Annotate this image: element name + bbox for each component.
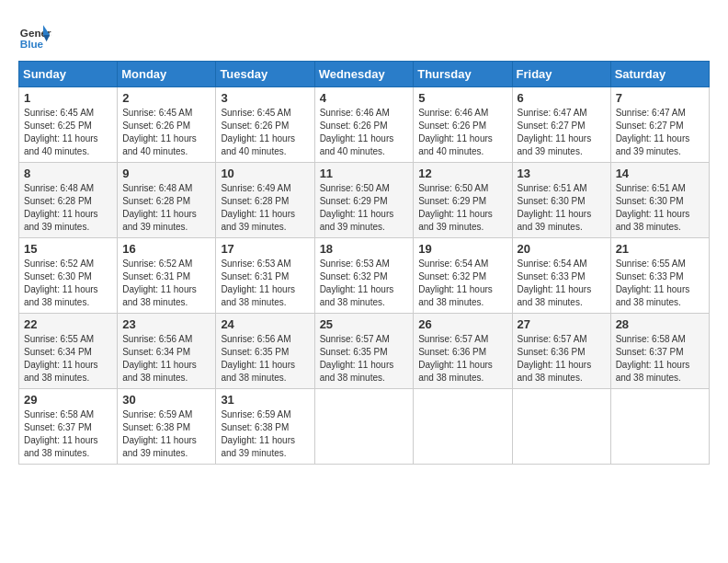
calendar-cell: 5Sunrise: 6:46 AM Sunset: 6:26 PM Daylig… [414,87,512,163]
day-number: 21 [616,242,704,256]
calendar-cell: 25Sunrise: 6:57 AM Sunset: 6:35 PM Dayli… [314,314,414,389]
day-number: 18 [320,242,409,256]
day-info: Sunrise: 6:45 AM Sunset: 6:26 PM Dayligh… [221,107,309,158]
calendar-cell: 17Sunrise: 6:53 AM Sunset: 6:31 PM Dayli… [216,238,314,314]
day-info: Sunrise: 6:51 AM Sunset: 6:30 PM Dayligh… [518,182,606,234]
day-info: Sunrise: 6:48 AM Sunset: 6:28 PM Dayligh… [24,182,112,234]
day-info: Sunrise: 6:57 AM Sunset: 6:35 PM Dayligh… [320,333,409,385]
calendar-cell: 24Sunrise: 6:56 AM Sunset: 6:35 PM Dayli… [216,314,314,389]
day-info: Sunrise: 6:54 AM Sunset: 6:33 PM Dayligh… [518,258,606,309]
logo: General Blue [18,18,55,52]
calendar-cell: 26Sunrise: 6:57 AM Sunset: 6:36 PM Dayli… [414,314,512,389]
calendar-header-friday: Friday [512,62,610,87]
day-number: 6 [518,91,606,105]
day-number: 24 [221,317,309,331]
calendar-cell: 28Sunrise: 6:58 AM Sunset: 6:37 PM Dayli… [610,314,709,389]
logo-icon: General Blue [18,18,51,52]
calendar-week-row: 15Sunrise: 6:52 AM Sunset: 6:30 PM Dayli… [19,238,710,314]
calendar-cell: 8Sunrise: 6:48 AM Sunset: 6:28 PM Daylig… [19,163,118,238]
day-number: 10 [221,167,309,180]
calendar-cell: 10Sunrise: 6:49 AM Sunset: 6:28 PM Dayli… [216,163,314,238]
calendar-week-row: 29Sunrise: 6:58 AM Sunset: 6:37 PM Dayli… [19,389,710,465]
calendar-cell: 1Sunrise: 6:45 AM Sunset: 6:25 PM Daylig… [19,87,118,163]
day-info: Sunrise: 6:47 AM Sunset: 6:27 PM Dayligh… [616,107,704,158]
day-info: Sunrise: 6:48 AM Sunset: 6:28 PM Dayligh… [122,182,210,234]
day-number: 29 [24,393,112,407]
day-info: Sunrise: 6:46 AM Sunset: 6:26 PM Dayligh… [418,107,506,158]
day-info: Sunrise: 6:56 AM Sunset: 6:34 PM Dayligh… [122,333,210,385]
calendar-cell [512,389,610,465]
calendar-cell: 6Sunrise: 6:47 AM Sunset: 6:27 PM Daylig… [512,87,610,163]
calendar-cell: 27Sunrise: 6:57 AM Sunset: 6:36 PM Dayli… [512,314,610,389]
calendar-cell: 7Sunrise: 6:47 AM Sunset: 6:27 PM Daylig… [610,87,709,163]
calendar-header-thursday: Thursday [414,62,512,87]
page-header: General Blue [18,18,710,52]
day-number: 11 [320,167,409,180]
calendar-header-sunday: Sunday [19,62,118,87]
day-number: 8 [24,167,112,180]
calendar-header-row: SundayMondayTuesdayWednesdayThursdayFrid… [19,62,710,87]
calendar-week-row: 22Sunrise: 6:55 AM Sunset: 6:34 PM Dayli… [19,314,710,389]
calendar-cell: 4Sunrise: 6:46 AM Sunset: 6:26 PM Daylig… [314,87,414,163]
day-info: Sunrise: 6:58 AM Sunset: 6:37 PM Dayligh… [616,333,704,385]
day-info: Sunrise: 6:51 AM Sunset: 6:30 PM Dayligh… [616,182,704,234]
calendar-cell: 9Sunrise: 6:48 AM Sunset: 6:28 PM Daylig… [118,163,216,238]
calendar-cell: 14Sunrise: 6:51 AM Sunset: 6:30 PM Dayli… [610,163,709,238]
day-info: Sunrise: 6:55 AM Sunset: 6:33 PM Dayligh… [616,258,704,309]
calendar-cell: 16Sunrise: 6:52 AM Sunset: 6:31 PM Dayli… [118,238,216,314]
day-number: 14 [616,167,704,180]
day-number: 5 [418,91,506,105]
day-number: 27 [518,317,606,331]
calendar-cell: 23Sunrise: 6:56 AM Sunset: 6:34 PM Dayli… [118,314,216,389]
day-info: Sunrise: 6:58 AM Sunset: 6:37 PM Dayligh… [24,408,112,460]
day-info: Sunrise: 6:59 AM Sunset: 6:38 PM Dayligh… [221,408,309,460]
day-info: Sunrise: 6:53 AM Sunset: 6:31 PM Dayligh… [221,258,309,309]
calendar-cell: 12Sunrise: 6:50 AM Sunset: 6:29 PM Dayli… [414,163,512,238]
calendar-cell: 13Sunrise: 6:51 AM Sunset: 6:30 PM Dayli… [512,163,610,238]
day-number: 31 [221,393,309,407]
day-info: Sunrise: 6:52 AM Sunset: 6:30 PM Dayligh… [24,258,112,309]
day-number: 23 [122,317,210,331]
day-number: 28 [616,317,704,331]
day-number: 17 [221,242,309,256]
day-number: 30 [122,393,210,407]
day-number: 22 [24,317,112,331]
day-number: 7 [616,91,704,105]
calendar: SundayMondayTuesdayWednesdayThursdayFrid… [18,61,710,465]
day-info: Sunrise: 6:47 AM Sunset: 6:27 PM Dayligh… [518,107,606,158]
day-info: Sunrise: 6:46 AM Sunset: 6:26 PM Dayligh… [320,107,409,158]
day-number: 4 [320,91,409,105]
calendar-cell: 20Sunrise: 6:54 AM Sunset: 6:33 PM Dayli… [512,238,610,314]
calendar-cell [314,389,414,465]
calendar-cell [414,389,512,465]
day-info: Sunrise: 6:45 AM Sunset: 6:25 PM Dayligh… [24,107,112,158]
day-number: 3 [221,91,309,105]
calendar-cell: 21Sunrise: 6:55 AM Sunset: 6:33 PM Dayli… [610,238,709,314]
day-info: Sunrise: 6:55 AM Sunset: 6:34 PM Dayligh… [24,333,112,385]
day-info: Sunrise: 6:59 AM Sunset: 6:38 PM Dayligh… [122,408,210,460]
day-number: 13 [518,167,606,180]
day-number: 1 [24,91,112,105]
calendar-cell [610,389,709,465]
calendar-header-tuesday: Tuesday [216,62,314,87]
day-number: 9 [122,167,210,180]
day-number: 12 [418,167,506,180]
day-info: Sunrise: 6:50 AM Sunset: 6:29 PM Dayligh… [418,182,506,234]
calendar-header-saturday: Saturday [610,62,709,87]
day-number: 20 [518,242,606,256]
calendar-cell: 19Sunrise: 6:54 AM Sunset: 6:32 PM Dayli… [414,238,512,314]
calendar-week-row: 1Sunrise: 6:45 AM Sunset: 6:25 PM Daylig… [19,87,710,163]
day-info: Sunrise: 6:56 AM Sunset: 6:35 PM Dayligh… [221,333,309,385]
day-info: Sunrise: 6:45 AM Sunset: 6:26 PM Dayligh… [122,107,210,158]
day-info: Sunrise: 6:50 AM Sunset: 6:29 PM Dayligh… [320,182,409,234]
day-info: Sunrise: 6:53 AM Sunset: 6:32 PM Dayligh… [320,258,409,309]
day-number: 25 [320,317,409,331]
day-info: Sunrise: 6:54 AM Sunset: 6:32 PM Dayligh… [418,258,506,309]
day-info: Sunrise: 6:49 AM Sunset: 6:28 PM Dayligh… [221,182,309,234]
calendar-cell: 18Sunrise: 6:53 AM Sunset: 6:32 PM Dayli… [314,238,414,314]
calendar-cell: 29Sunrise: 6:58 AM Sunset: 6:37 PM Dayli… [19,389,118,465]
calendar-cell: 11Sunrise: 6:50 AM Sunset: 6:29 PM Dayli… [314,163,414,238]
day-number: 19 [418,242,506,256]
calendar-cell: 22Sunrise: 6:55 AM Sunset: 6:34 PM Dayli… [19,314,118,389]
day-info: Sunrise: 6:57 AM Sunset: 6:36 PM Dayligh… [418,333,506,385]
